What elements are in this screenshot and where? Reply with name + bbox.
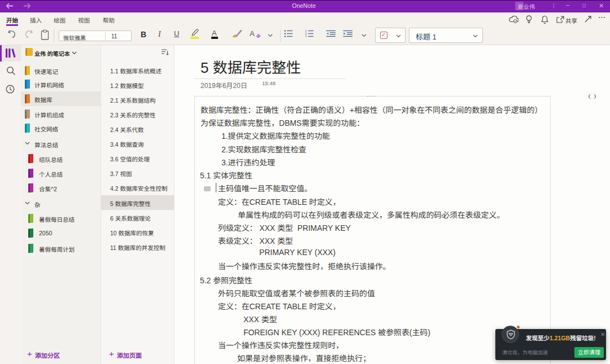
svg-text:3: 3: [305, 35, 307, 37]
